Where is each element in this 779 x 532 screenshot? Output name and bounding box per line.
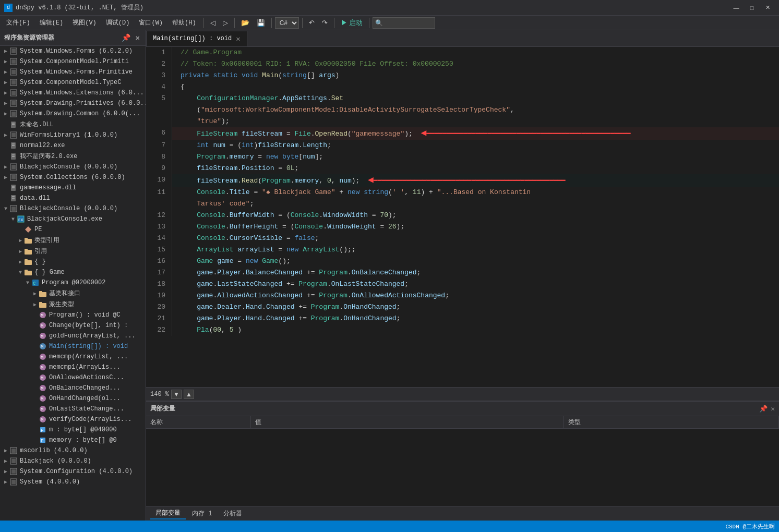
line-number: 10 [146, 174, 172, 187]
toolbar-save[interactable]: 💾 [254, 18, 268, 28]
sidebar-item[interactable]: ▼CProgram @02000002 [0, 277, 146, 288]
sidebar-item[interactable]: ▶WinFormsLibrary1 (1.0.0.0) [0, 130, 146, 140]
toolbar-forward[interactable]: ▷ [220, 18, 231, 28]
sidebar-item[interactable]: normal22.exe [0, 140, 146, 151]
sidebar-item[interactable]: ▶派生类型 [0, 299, 146, 310]
sidebar-item[interactable]: ▼BlackjackConsole (0.0.0.0) [0, 203, 146, 214]
sidebar-item-label: 派生类型 [49, 300, 74, 309]
bottom-panel-close[interactable]: ✕ [771, 405, 775, 413]
bottom-tab-locals[interactable]: 局部变量 [150, 507, 186, 519]
menu-help[interactable]: 帮助(H) [168, 17, 200, 29]
tree-item-icon [24, 247, 32, 256]
sidebar-item-label: normal22.exe [20, 142, 65, 149]
tree-item-icon [9, 131, 18, 139]
line-number: 21 [146, 313, 172, 324]
menu-debug[interactable]: 调试(D) [102, 17, 134, 29]
sidebar-item[interactable]: 未命名.DLL [0, 119, 146, 130]
sidebar-item[interactable]: MOnAllowedActionsC... [0, 372, 146, 383]
sidebar-item-label: Program() : void @C [49, 311, 121, 319]
sidebar-item[interactable]: ▶System.Windows.Forms (6.0.2.0) [0, 46, 146, 56]
bottom-panel-content[interactable]: 名称 值 类型 [146, 416, 779, 506]
tree-item-icon [9, 204, 18, 213]
svg-rect-36 [11, 207, 16, 211]
toolbar-open[interactable]: 📂 [238, 18, 253, 28]
sidebar-item[interactable]: MOnHandChanged(ol... [0, 393, 146, 404]
sidebar-tree[interactable]: ▶System.Windows.Forms (6.0.2.0)▶System.C… [0, 46, 146, 521]
sidebar-item[interactable]: MChange(byte[], int) : [0, 320, 146, 331]
toolbar-undo[interactable]: ↶ [306, 18, 318, 28]
sidebar-item[interactable]: MgoldFunc(ArrayList, ... [0, 331, 146, 341]
sidebar-item[interactable]: Mmemcmp(ArrayList, ... [0, 352, 146, 362]
table-row: 11 Console.Title = "♠ Blackjack Game" + … [146, 187, 779, 210]
sidebar-item[interactable]: MOnBalanceChanged... [0, 383, 146, 393]
tree-item-icon [24, 258, 32, 266]
zoom-increase-button[interactable]: ▲ [184, 390, 194, 399]
tree-arrow-icon: ▶ [2, 100, 9, 106]
sidebar-item[interactable]: Fmemory : byte[] @0 [0, 435, 146, 445]
app-title: dnSpy v6.1.8 (32-bit, .NET, 管理员) [16, 3, 729, 12]
sidebar-item[interactable]: ▶引用 [0, 246, 146, 257]
sidebar-item[interactable]: ▶System.Configuration (4.0.0.0) [0, 466, 146, 477]
sidebar-item[interactable]: ▶mscorlib (4.0.0.0) [0, 445, 146, 456]
sidebar-item[interactable]: ▼EXBlackjackConsole.exe [0, 214, 146, 224]
sidebar-item[interactable]: ▶Blackjack (0.0.0.0) [0, 456, 146, 466]
sidebar-item[interactable]: PE [0, 224, 146, 235]
tree-item-icon [9, 110, 18, 118]
tree-item-icon: M [39, 373, 47, 382]
maximize-button[interactable]: □ [745, 3, 759, 13]
toolbar-back[interactable]: ◁ [207, 18, 219, 28]
sidebar-item[interactable]: ▶System (4.0.0.0) [0, 477, 146, 487]
sidebar-item[interactable]: ▶System.ComponentModel.Primiti [0, 56, 146, 67]
sidebar-item[interactable]: ▶BlackjackConsole (0.0.0.0) [0, 162, 146, 172]
zoom-decrease-button[interactable]: ▼ [171, 390, 182, 399]
sidebar-item[interactable]: ▶基类和接口 [0, 288, 146, 299]
language-select[interactable]: C# IL [275, 17, 299, 29]
sidebar-close-button[interactable]: ✕ [134, 33, 141, 43]
sidebar-item[interactable]: Mmemcmp1(ArrayLis... [0, 362, 146, 372]
sidebar-item[interactable]: ▼{ } Game [0, 267, 146, 277]
variables-table: 名称 值 类型 [146, 416, 779, 429]
bottom-tab-memory[interactable]: 内存 1 [187, 508, 217, 519]
toolbar-search-input[interactable] [373, 17, 435, 29]
bottom-panel-title: 局部变量 [150, 404, 175, 413]
bottom-tab-analyzer[interactable]: 分析器 [218, 508, 247, 519]
bottom-panel: 局部变量 📌 ✕ 名称 值 类型 [146, 401, 779, 521]
table-row: 9 fileStream.Position = 0L; [146, 163, 779, 174]
sidebar-item[interactable]: ▶System.Windows.Forms.Primitive [0, 67, 146, 77]
close-button[interactable]: ✕ [760, 3, 775, 13]
minimize-button[interactable]: — [729, 3, 744, 13]
sidebar-item[interactable]: ▶System.Collections (6.0.0.0) [0, 172, 146, 183]
toolbar-redo[interactable]: ↷ [319, 18, 331, 28]
svg-rect-11 [11, 101, 16, 105]
sidebar-item[interactable]: MProgram() : void @C [0, 310, 146, 320]
sidebar-item[interactable]: MMain(string[]) : void [0, 341, 146, 352]
menu-window[interactable]: 窗口(W) [135, 17, 167, 29]
toolbar-run[interactable]: ▶ 启动 [338, 17, 366, 29]
sidebar-item[interactable]: ▶{ } [0, 257, 146, 267]
tree-arrow-icon: ▼ [24, 280, 31, 286]
tree-item-icon [24, 225, 32, 234]
sidebar-item[interactable]: data.dll [0, 193, 146, 203]
bottom-panel-pin[interactable]: 📌 [759, 405, 768, 413]
sidebar-item[interactable]: MOnLastStateChange... [0, 404, 146, 414]
sidebar-item[interactable]: Fm : byte[] @040000 [0, 425, 146, 435]
sidebar-item-label: System.ComponentModel.TypeC [20, 79, 121, 86]
sidebar-item[interactable]: ▶System.Drawing.Common (6.0.0(... [0, 108, 146, 119]
svg-rect-93 [11, 480, 16, 484]
sidebar-pin-button[interactable]: 📌 [120, 33, 132, 43]
svg-text:F: F [41, 439, 43, 444]
menu-edit[interactable]: 编辑(E) [35, 17, 68, 29]
sidebar-item[interactable]: ▶类型引用 [0, 235, 146, 246]
sidebar-item[interactable]: ▶System.ComponentModel.TypeC [0, 77, 146, 88]
sidebar-item[interactable]: gamemessage.dll [0, 183, 146, 193]
code-editor[interactable]: 1 // Game.Program 2 // Token: 0x06000001… [146, 47, 779, 387]
sidebar-item[interactable]: ▶System.Windows.Extensions (6.0... [0, 88, 146, 98]
sidebar-item[interactable]: ▶System.Drawing.Primitives (6.0.0... [0, 98, 146, 108]
sidebar-item[interactable]: MverifyCode(ArrayLis... [0, 414, 146, 425]
menu-file[interactable]: 文件(F) [2, 17, 34, 29]
tab-close-button[interactable]: ✕ [236, 34, 240, 43]
menu-view[interactable]: 视图(V) [68, 17, 101, 29]
line-code: game.AllowedActionsChanged += Program.On… [172, 290, 779, 301]
sidebar-item[interactable]: 我不是病毒2.0.exe [0, 151, 146, 162]
tab-main[interactable]: Main(string[]) : void ✕ [146, 31, 247, 46]
